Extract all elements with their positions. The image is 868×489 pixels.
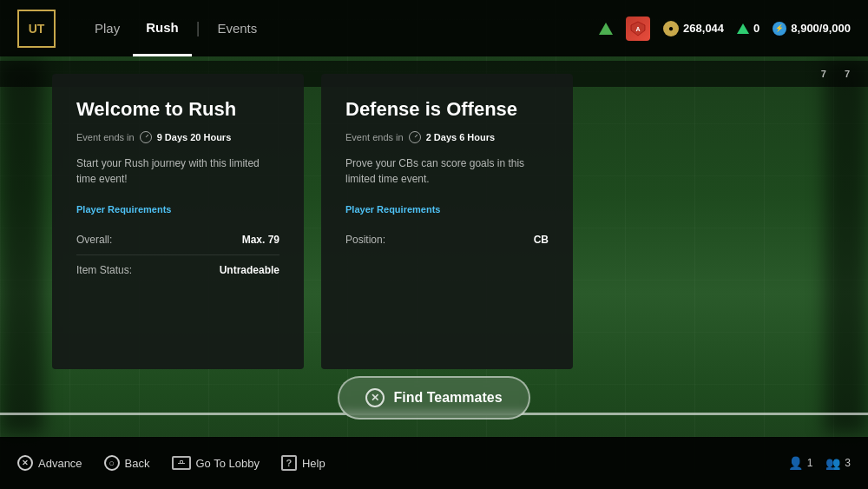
clock-icon-2	[409, 131, 421, 143]
card2-req-position: Position: CB	[345, 225, 549, 254]
card1-description: Start your Rush journey with this limite…	[76, 155, 279, 187]
card1-req-val-1: Max. 79	[242, 234, 279, 246]
topbar-right: A ● 268,044 0 ⚡ 8,900/9,000	[599, 17, 851, 41]
ea-triangle-icon	[599, 23, 613, 35]
card1-req-label: Player Requirements	[76, 204, 279, 215]
nav-play[interactable]: Play	[82, 0, 133, 56]
clock-icon-1	[140, 131, 152, 143]
card2-req-val-1: CB	[534, 234, 549, 246]
find-teammates-button[interactable]: ✕ Find Teammates	[338, 376, 529, 420]
svg-text:A: A	[636, 26, 641, 32]
card2-description: Prove your CBs can score goals in this l…	[345, 155, 549, 187]
card1-req-status: Item Status: Untradeable	[76, 255, 279, 285]
help-button[interactable]: ? Help	[281, 455, 326, 471]
bottombar: ✕ Advance ○ Back Go To Lobby ? Help 👤 1 …	[0, 437, 868, 489]
help-icon: ?	[281, 455, 297, 471]
card1-event-ends: Event ends in 9 Days 20 Hours	[76, 131, 279, 143]
back-icon: ○	[104, 455, 120, 471]
card2-req-key-1: Position:	[345, 234, 385, 246]
card-defense-is-offense: Defense is Offense Event ends in 2 Days …	[321, 74, 573, 369]
card1-req-val-2: Untradeable	[220, 264, 279, 276]
card1-ends-label: Event ends in	[76, 132, 135, 142]
nav-rush[interactable]: Rush	[133, 0, 192, 56]
find-teammates-label: Find Teammates	[393, 390, 502, 406]
energy-currency: ⚡ 8,900/9,000	[773, 22, 851, 36]
back-label: Back	[125, 457, 150, 470]
ea-triangle-group	[599, 23, 613, 35]
nav-events[interactable]: Events	[204, 0, 270, 56]
bottombar-right: 👤 1 👥 3	[788, 456, 851, 470]
advance-icon: ✕	[17, 455, 33, 471]
energy-icon: ⚡	[773, 22, 786, 36]
nav-links: Play Rush | Events	[82, 0, 270, 56]
person-icon: 👤	[788, 456, 803, 470]
advance-label: Advance	[38, 457, 82, 470]
card2-title: Defense is Offense	[345, 98, 549, 121]
go-to-lobby-label: Go To Lobby	[196, 457, 260, 470]
bottom-stat-2: 👥 3	[825, 456, 851, 470]
ut-logo: UT	[17, 10, 56, 48]
nav-divider: |	[196, 19, 201, 37]
club-badge: A	[626, 17, 650, 41]
coins-icon: ●	[663, 21, 679, 36]
shield-currency-icon	[737, 23, 749, 34]
card1-time: 9 Days 20 Hours	[157, 132, 232, 142]
topbar: UT Play Rush | Events A ● 268,044	[0, 0, 868, 56]
back-button[interactable]: ○ Back	[104, 455, 150, 471]
card2-ends-label: Event ends in	[345, 132, 404, 142]
card2-event-ends: Event ends in 2 Days 6 Hours	[345, 131, 549, 143]
coins-currency: ● 268,044	[663, 21, 724, 36]
find-teammates-section: ✕ Find Teammates	[0, 376, 868, 420]
go-to-lobby-button[interactable]: Go To Lobby	[172, 456, 260, 470]
card1-req-key-1: Overall:	[76, 234, 112, 246]
card-welcome-to-rush: Welcome to Rush Event ends in 9 Days 20 …	[52, 74, 304, 369]
arsenal-icon: A	[630, 21, 646, 36]
shield-currency: 0	[737, 22, 760, 35]
card2-req-label: Player Requirements	[345, 204, 549, 215]
help-label: Help	[302, 457, 326, 470]
card1-req-key-2: Item Status:	[76, 264, 132, 276]
card1-title: Welcome to Rush	[76, 98, 279, 121]
people-icon: 👥	[825, 456, 840, 470]
card2-time: 2 Days 6 Hours	[426, 132, 495, 142]
advance-button[interactable]: ✕ Advance	[17, 455, 82, 471]
card1-req-overall: Overall: Max. 79	[76, 225, 279, 255]
lobby-icon	[172, 456, 191, 470]
bottom-stat-1: 👤 1	[788, 456, 813, 470]
find-teammates-x-icon: ✕	[365, 388, 385, 407]
